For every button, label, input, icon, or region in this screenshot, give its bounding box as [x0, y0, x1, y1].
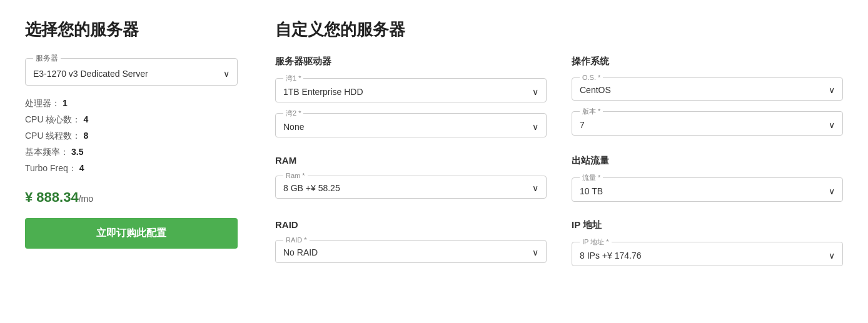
ram-section: RAM Ram * 8 GB +¥ 58.25 ∨: [275, 155, 547, 202]
bandwidth-title: 出站流量: [572, 155, 843, 167]
spec-label: CPU 线程数：: [25, 131, 81, 142]
ip-value: 8 IPs +¥ 174.76: [580, 251, 641, 261]
price-value: ¥ 888.34/mo: [25, 189, 93, 205]
spec-label: 处理器：: [25, 98, 60, 109]
chevron-down-icon: ∨: [829, 251, 835, 261]
server-select-fieldset: 服务器 E3-1270 v3 Dedicated Server ∨: [25, 53, 238, 86]
ram-select[interactable]: 8 GB +¥ 58.25 ∨: [283, 183, 538, 193]
ram-legend: Ram *: [283, 172, 308, 179]
ip-title: IP 地址: [572, 219, 843, 231]
drive1-value: 1TB Enterprise HDD: [283, 87, 363, 97]
bandwidth-legend: 流量 *: [580, 173, 603, 182]
chevron-down-icon: ∨: [223, 69, 230, 79]
os-group: O.S. * CentOS ∨ 版本 * 7 ∨: [572, 74, 843, 136]
chevron-down-icon: ∨: [532, 87, 538, 97]
spec-label: CPU 核心数：: [25, 114, 81, 126]
specs-list: 处理器：1CPU 核心数：4CPU 线程数：8基本频率：3.5Turbo Fre…: [25, 98, 238, 174]
raid-value: No RAID: [283, 247, 318, 257]
spec-item: CPU 核心数：4: [25, 114, 238, 126]
raid-select[interactable]: No RAID ∨: [283, 247, 538, 257]
ip-legend: IP 地址 *: [580, 237, 612, 247]
drive2-legend: 湾2 *: [283, 109, 303, 118]
drives-title: 服务器驱动器: [275, 56, 547, 67]
spec-item: 基本频率：3.5: [25, 147, 238, 158]
bandwidth-fieldset: 流量 * 10 TB ∨: [572, 173, 843, 202]
server-select[interactable]: E3-1270 v3 Dedicated Server ∨: [33, 69, 230, 79]
bandwidth-value: 10 TB: [580, 186, 603, 196]
left-panel: 选择您的服务器 服务器 E3-1270 v3 Dedicated Server …: [25, 19, 238, 266]
spec-item: 处理器：1: [25, 98, 238, 109]
raid-fieldset: RAID * No RAID ∨: [275, 236, 547, 263]
config-grid: 服务器驱动器 湾1 * 1TB Enterprise HDD ∨ 湾2 * No…: [275, 56, 843, 266]
raid-legend: RAID *: [283, 236, 310, 244]
os-value: CentOS: [580, 85, 611, 95]
order-button[interactable]: 立即订购此配置: [25, 218, 238, 249]
raid-section: RAID RAID * No RAID ∨: [275, 219, 547, 266]
spec-item: CPU 线程数：8: [25, 131, 238, 142]
os-title: 操作系统: [572, 56, 843, 67]
spec-value: 4: [83, 114, 88, 126]
ram-value: 8 GB +¥ 58.25: [283, 183, 340, 193]
os-version-fieldset: 版本 * 7 ∨: [572, 107, 843, 136]
os-version-value: 7: [580, 120, 585, 130]
chevron-down-icon: ∨: [829, 85, 835, 95]
os-legend: O.S. *: [580, 74, 603, 81]
drive1-select[interactable]: 1TB Enterprise HDD ∨: [283, 87, 538, 97]
server-select-legend: 服务器: [33, 53, 61, 64]
ip-section: IP 地址 IP 地址 * 8 IPs +¥ 174.76 ∨: [572, 219, 843, 266]
spec-label: 基本频率：: [25, 147, 69, 158]
chevron-down-icon: ∨: [532, 183, 538, 193]
chevron-down-icon: ∨: [829, 186, 835, 196]
right-panel: 自定义您的服务器 服务器驱动器 湾1 * 1TB Enterprise HDD …: [275, 19, 843, 266]
drive2-value: None: [283, 122, 304, 132]
price-block: ¥ 888.34/mo: [25, 189, 238, 206]
drive1-legend: 湾1 *: [283, 74, 303, 83]
ram-fieldset: Ram * 8 GB +¥ 58.25 ∨: [275, 172, 547, 199]
chevron-down-icon: ∨: [532, 247, 538, 257]
server-select-value: E3-1270 v3 Dedicated Server: [33, 69, 148, 79]
spec-value: 3.5: [71, 147, 83, 158]
ram-title: RAM: [275, 155, 547, 166]
spec-label: Turbo Freq：: [25, 163, 77, 174]
main-layout: 选择您的服务器 服务器 E3-1270 v3 Dedicated Server …: [25, 19, 843, 266]
drives-section: 服务器驱动器 湾1 * 1TB Enterprise HDD ∨ 湾2 * No…: [275, 56, 547, 137]
os-select[interactable]: CentOS ∨: [580, 85, 835, 95]
drive2-select[interactable]: None ∨: [283, 122, 538, 132]
os-version-legend: 版本 *: [580, 107, 603, 116]
drive1-fieldset: 湾1 * 1TB Enterprise HDD ∨: [275, 74, 547, 102]
spec-value: 8: [83, 131, 88, 142]
spec-value: 4: [79, 163, 84, 174]
os-version-select[interactable]: 7 ∨: [580, 120, 835, 130]
chevron-down-icon: ∨: [532, 122, 538, 132]
drive-group: 湾1 * 1TB Enterprise HDD ∨ 湾2 * None ∨: [275, 74, 547, 137]
bandwidth-section: 出站流量 流量 * 10 TB ∨: [572, 155, 843, 202]
ip-fieldset: IP 地址 * 8 IPs +¥ 174.76 ∨: [572, 237, 843, 266]
drive2-fieldset: 湾2 * None ∨: [275, 109, 547, 137]
spec-value: 1: [63, 98, 68, 109]
ip-select[interactable]: 8 IPs +¥ 174.76 ∨: [580, 251, 835, 261]
right-title: 自定义您的服务器: [275, 19, 843, 41]
raid-title: RAID: [275, 219, 547, 230]
chevron-down-icon: ∨: [829, 120, 835, 130]
os-fieldset: O.S. * CentOS ∨: [572, 74, 843, 101]
bandwidth-select[interactable]: 10 TB ∨: [580, 186, 835, 196]
os-section: 操作系统 O.S. * CentOS ∨ 版本 * 7 ∨: [572, 56, 843, 137]
spec-item: Turbo Freq：4: [25, 163, 238, 174]
left-title: 选择您的服务器: [25, 19, 238, 41]
